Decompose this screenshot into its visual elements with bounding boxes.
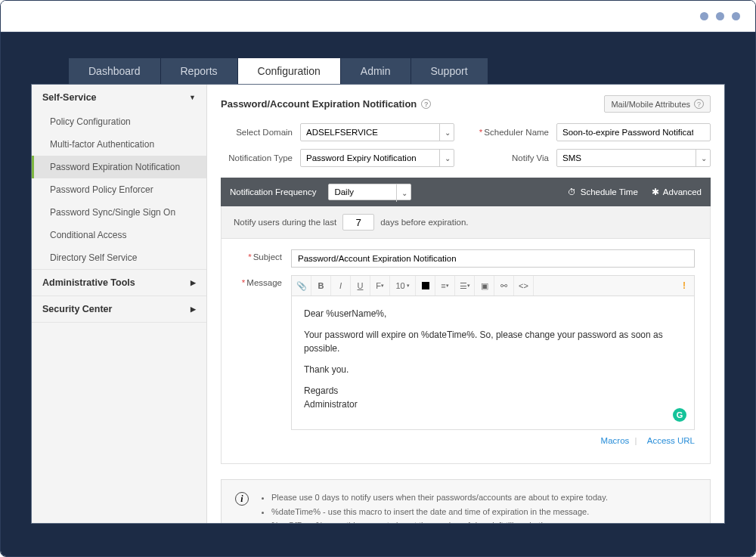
sidebar-item-policy-config[interactable]: Policy Configuration [32, 110, 206, 133]
attachment-icon[interactable]: 📎 [292, 276, 311, 296]
notify-pre-text: Notify users during the last [234, 218, 336, 227]
link-icon[interactable]: ⚯ [494, 276, 514, 296]
align-icon[interactable]: ≡▾ [435, 276, 455, 296]
editor-line: Regards [304, 384, 682, 398]
info-item: Please use 0 days to notify users when t… [271, 490, 608, 505]
sidebar-admin-tools-header[interactable]: Administrative Tools ▶ [32, 270, 206, 296]
sidebar: Self-Service ▼ Policy Configuration Mult… [32, 85, 207, 523]
notification-type-value[interactable] [300, 149, 454, 167]
select-domain-dropdown[interactable]: ⌄ [300, 123, 454, 141]
notify-days-bar: Notify users during the last days before… [221, 206, 711, 239]
schedule-time-label: Schedule Time [581, 187, 638, 196]
window-dot [716, 12, 724, 20]
notify-via-label: Notify Via [477, 153, 549, 162]
attr-btn-label: Mail/Mobile Attributes [611, 100, 690, 109]
advanced-link[interactable]: ✱ Advanced [652, 187, 702, 197]
window-dot [732, 12, 740, 20]
notify-days-input[interactable] [342, 214, 374, 231]
frequency-bar: Notification Frequency ⌄ ⏱ Schedule Time… [221, 178, 711, 206]
subject-input[interactable] [291, 249, 695, 268]
tab-admin[interactable]: Admin [341, 58, 411, 84]
macros-link[interactable]: Macros [601, 436, 630, 445]
gear-icon: ✱ [652, 187, 659, 197]
select-domain-value[interactable] [300, 123, 454, 141]
message-editor[interactable]: Dear %userName%, Your password will expi… [291, 296, 695, 430]
notify-via-dropdown[interactable]: ⌄ [556, 149, 711, 167]
underline-icon[interactable]: U [351, 276, 370, 296]
sidebar-item-mfa[interactable]: Multi-factor Authentication [32, 133, 206, 156]
caret-right-icon: ▶ [191, 279, 196, 286]
page-title-text: Password/Account Expiration Notification [221, 98, 417, 110]
sidebar-item-directory[interactable]: Directory Self Service [32, 246, 206, 269]
image-icon[interactable]: ▣ [475, 276, 494, 296]
code-icon[interactable]: <> [514, 276, 534, 296]
scheduler-name-label: Scheduler Name [477, 128, 549, 137]
info-item: %noOfDays% - use this macro to insert th… [271, 518, 608, 523]
access-url-link[interactable]: Access URL [647, 436, 695, 445]
editor-line: Administrator [304, 398, 682, 411]
sidebar-section-label: Self-Service [42, 92, 97, 103]
help-icon: ? [694, 99, 704, 109]
tab-reports[interactable]: Reports [161, 58, 238, 84]
font-icon[interactable]: F▾ [370, 276, 390, 296]
sidebar-item-pwd-sync[interactable]: Password Sync/Single Sign On [32, 201, 206, 224]
notify-post-text: days before expiration. [380, 218, 468, 227]
help-icon[interactable]: ? [421, 99, 431, 109]
frequency-value[interactable] [328, 184, 411, 200]
grammarly-icon[interactable]: G [673, 408, 686, 422]
sidebar-security-header[interactable]: Security Center ▶ [32, 296, 206, 322]
editor-line: Your password will expire on %dateTime%.… [304, 328, 682, 355]
info-item: %dateTime% - use this macro to insert th… [271, 505, 608, 519]
notification-type-dropdown[interactable]: ⌄ [300, 149, 454, 167]
editor-line: Dear %userName%, [304, 307, 682, 320]
tab-dashboard[interactable]: Dashboard [69, 58, 161, 84]
window-dot [700, 12, 708, 20]
editor-toolbar: 📎 B I U F▾ 10▾ ≡▾ ☰▾ ▣ ⚯ [291, 275, 695, 296]
page-title: Password/Account Expiration Notification… [221, 98, 431, 110]
main-panel: Password/Account Expiration Notification… [207, 85, 724, 523]
sidebar-section-label: Security Center [42, 304, 112, 314]
select-domain-label: Select Domain [221, 128, 293, 137]
fontsize-dropdown[interactable]: 10▾ [390, 276, 416, 296]
info-box: i Please use 0 days to notify users when… [221, 479, 711, 523]
browser-titlebar [1, 1, 755, 32]
schedule-time-link[interactable]: ⏱ Schedule Time [568, 187, 638, 196]
advanced-label: Advanced [663, 187, 702, 196]
sidebar-item-pwd-expiration[interactable]: Password Expiration Notification [32, 156, 206, 178]
tab-configuration[interactable]: Configuration [238, 58, 341, 84]
notify-via-value[interactable] [556, 149, 711, 167]
tab-support[interactable]: Support [411, 58, 488, 84]
notification-type-label: Notification Type [221, 153, 293, 162]
main-tabs: Dashboard Reports Configuration Admin Su… [69, 58, 755, 84]
frequency-label: Notification Frequency [230, 187, 316, 196]
scheduler-name-input[interactable] [556, 123, 711, 141]
italic-icon[interactable]: I [331, 276, 351, 296]
sidebar-section-label: Administrative Tools [42, 277, 135, 288]
subject-label: Subject [237, 249, 282, 261]
warning-icon[interactable]: ! [674, 276, 694, 296]
info-icon: i [235, 492, 249, 506]
sidebar-item-pwd-policy[interactable]: Password Policy Enforcer [32, 178, 206, 201]
caret-down-icon: ▼ [189, 94, 196, 101]
caret-right-icon: ▶ [191, 305, 196, 313]
list-icon[interactable]: ☰▾ [455, 276, 475, 296]
sidebar-self-service-header[interactable]: Self-Service ▼ [32, 85, 206, 110]
text-color-icon[interactable] [416, 276, 435, 296]
clock-icon: ⏱ [568, 187, 577, 196]
bold-icon[interactable]: B [311, 276, 331, 296]
frequency-dropdown[interactable]: ⌄ [328, 184, 411, 200]
mail-mobile-attributes-button[interactable]: Mail/Mobile Attributes ? [604, 95, 711, 113]
separator: | [635, 436, 637, 445]
editor-line: Thank you. [304, 363, 682, 376]
message-label: Message [237, 275, 282, 287]
sidebar-item-conditional[interactable]: Conditional Access [32, 224, 206, 246]
